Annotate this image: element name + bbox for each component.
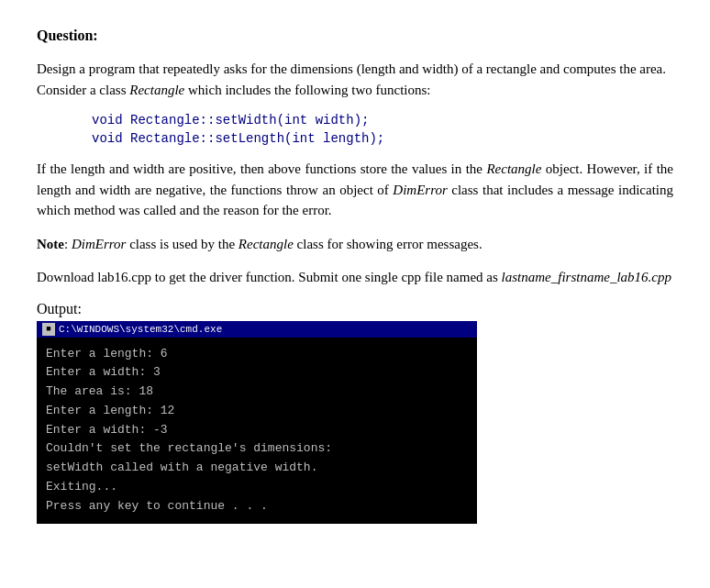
note-paragraph: Note: DimError class is used by the Rect… — [37, 234, 673, 255]
terminal-line-7: setWidth called with a negative width. — [46, 459, 468, 478]
note-label: Note — [37, 237, 64, 251]
paragraph-2: If the length and width are positive, th… — [37, 159, 673, 221]
code-line-1: void Rectangle::setWidth(int width); — [92, 113, 673, 128]
output-title: Output: — [37, 301, 673, 317]
terminal-line-8: Exiting... — [46, 478, 468, 497]
question-title: Output: Question: — [37, 28, 673, 44]
rectangle-italic-2: Rectangle — [486, 161, 541, 176]
code-line-2: void Rectangle::setLength(int length); — [92, 131, 673, 146]
output-section: Output: ■ C:\WINDOWS\system32\cmd.exe En… — [37, 301, 673, 524]
cmd-header-bar: ■ C:\WINDOWS\system32\cmd.exe — [37, 321, 477, 338]
rectangle-italic-3: Rectangle — [239, 237, 294, 251]
terminal-line-9: Press any key to continue . . . — [46, 497, 468, 516]
terminal-line-2: Enter a width: 3 — [46, 363, 468, 383]
terminal-line-5: Enter a width: -3 — [46, 421, 468, 440]
cmd-icon: ■ — [42, 323, 55, 336]
code-section: void Rectangle::setWidth(int width); voi… — [37, 113, 673, 146]
cmd-title: C:\WINDOWS\system32\cmd.exe — [59, 324, 222, 335]
rectangle-italic-1: Rectangle — [129, 83, 184, 97]
terminal-line-1: Enter a length: 6 — [46, 345, 468, 364]
intro-paragraph: Design a program that repeatedly asks fo… — [37, 59, 673, 100]
terminal-line-4: Enter a length: 12 — [46, 402, 468, 421]
dimerror-italic-1: DimError — [393, 183, 447, 197]
download-paragraph: Download lab16.cpp to get the driver fun… — [37, 267, 673, 288]
dimerror-italic-2: DimError — [72, 237, 126, 251]
filename-italic: lastname_firstname_lab16.cpp — [502, 270, 671, 284]
terminal-line-3: The area is: 18 — [46, 383, 468, 402]
terminal-window: Enter a length: 6 Enter a width: 3 The a… — [37, 338, 477, 524]
terminal-line-6: Couldn't set the rectangle's dimensions: — [46, 439, 468, 459]
